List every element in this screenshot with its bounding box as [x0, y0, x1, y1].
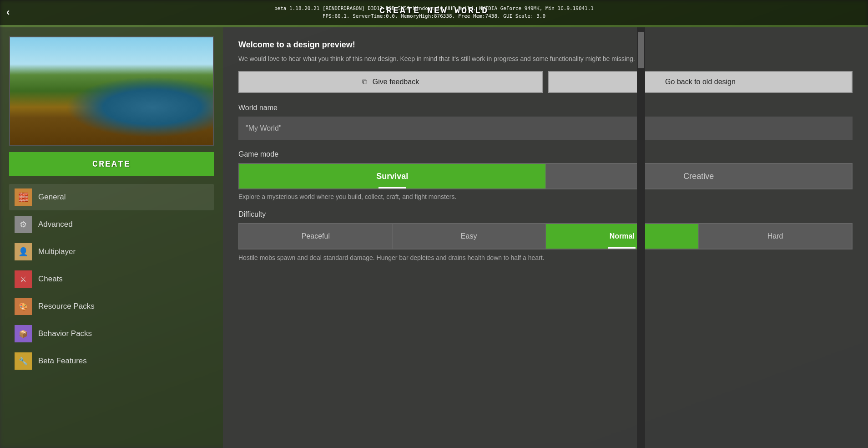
game-mode-section: Game mode Survival Creative Explore a my…	[238, 150, 853, 200]
old-design-button-label: Go back to old design	[665, 78, 736, 86]
welcome-title: Welcome to a design preview!	[238, 40, 853, 50]
cheats-icon: ⚔	[15, 270, 32, 288]
sidebar-item-label: Advanced	[38, 220, 73, 229]
game-mode-description: Explore a mysterious world where you bui…	[238, 193, 853, 200]
game-mode-label: Game mode	[238, 150, 853, 158]
world-thumbnail-inner	[10, 37, 213, 145]
feedback-button-label: Give feedback	[373, 78, 419, 86]
sidebar-item-resource-packs[interactable]: 🎨 Resource Packs	[9, 293, 214, 320]
beta-features-icon: 🔧	[15, 352, 32, 370]
easy-difficulty-button[interactable]: Easy	[392, 224, 545, 249]
go-back-old-design-button[interactable]: Go back to old design	[548, 71, 853, 93]
sidebar-item-general[interactable]: 🧱 General	[9, 184, 214, 210]
difficulty-section: Difficulty Peaceful Easy Normal Hard Hos…	[238, 210, 853, 263]
nav-list: 🧱 General ⚙ Advanced 👤 Multiplayer ⚔ Che…	[9, 184, 214, 374]
sidebar-item-behavior-packs[interactable]: 📦 Behavior Packs	[9, 321, 214, 347]
sidebar-item-label: Beta Features	[38, 356, 87, 366]
welcome-buttons: ⧉ Give feedback Go back to old design	[238, 71, 853, 93]
sidebar-item-advanced[interactable]: ⚙ Advanced	[9, 211, 214, 238]
world-name-label: World name	[238, 104, 853, 112]
sidebar-item-cheats[interactable]: ⚔ Cheats	[9, 266, 214, 292]
sidebar-item-multiplayer[interactable]: 👤 Multiplayer	[9, 239, 214, 265]
sidebar-item-label: Behavior Packs	[38, 329, 92, 338]
main-layout: CREATE 🧱 General ⚙ Advanced 👤 Multiplaye…	[0, 27, 868, 448]
page-title: CREATE NEW WORLD	[379, 5, 489, 16]
create-button[interactable]: CREATE	[9, 152, 214, 176]
advanced-icon: ⚙	[15, 216, 32, 233]
sidebar-item-beta-features[interactable]: 🔧 Beta Features	[9, 348, 214, 374]
sidebar-item-label: General	[38, 193, 66, 202]
game-mode-toggle-group: Survival Creative	[238, 163, 853, 189]
sidebar-item-label: Cheats	[38, 275, 63, 284]
general-icon: 🧱	[15, 188, 32, 206]
world-thumbnail	[9, 36, 214, 146]
give-feedback-button[interactable]: ⧉ Give feedback	[238, 71, 543, 93]
creative-mode-button[interactable]: Creative	[545, 164, 852, 188]
external-link-icon: ⧉	[362, 78, 367, 86]
survival-mode-button[interactable]: Survival	[239, 164, 545, 188]
hard-difficulty-button[interactable]: Hard	[698, 224, 852, 249]
welcome-text: We would love to hear what you think of …	[238, 54, 853, 64]
difficulty-description: Hostile mobs spawn and deal standard dam…	[238, 253, 853, 263]
normal-difficulty-button[interactable]: Normal	[545, 224, 699, 249]
behavior-packs-icon: 📦	[15, 325, 32, 342]
difficulty-label: Difficulty	[238, 210, 853, 219]
scrollbar[interactable]	[637, 27, 645, 448]
world-name-input[interactable]	[238, 117, 853, 140]
sidebar-item-label: Multiplayer	[38, 247, 76, 256]
right-panel: Welcome to a design preview! We would lo…	[223, 27, 868, 448]
welcome-box: Welcome to a design preview! We would lo…	[238, 40, 853, 93]
back-button[interactable]: ‹	[6, 6, 10, 18]
scroll-thumb[interactable]	[638, 32, 644, 68]
multiplayer-icon: 👤	[15, 243, 32, 260]
peaceful-difficulty-button[interactable]: Peaceful	[239, 224, 392, 249]
left-panel: CREATE 🧱 General ⚙ Advanced 👤 Multiplaye…	[0, 27, 223, 448]
difficulty-toggle-group: Peaceful Easy Normal Hard	[238, 223, 853, 249]
resource-packs-icon: 🎨	[15, 298, 32, 315]
sidebar-item-label: Resource Packs	[38, 302, 95, 311]
